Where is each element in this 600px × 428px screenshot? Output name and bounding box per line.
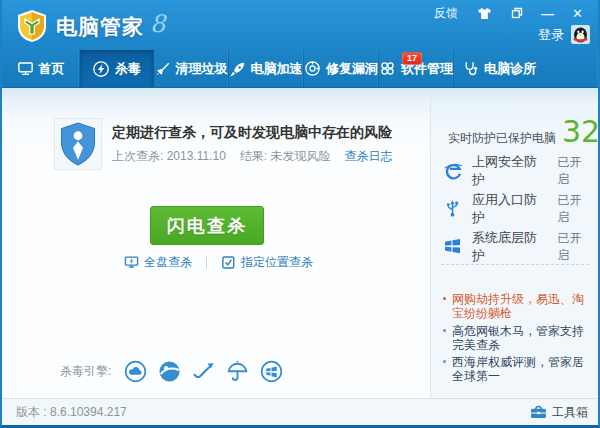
login-link[interactable]: 登录 (538, 26, 564, 44)
antivirus-lightning-icon (92, 60, 110, 78)
qq-penguin-avatar[interactable] (571, 25, 590, 44)
avira-umbrella-engine-icon (226, 360, 249, 383)
tab-software-manage[interactable]: 17 软件管理 (379, 50, 454, 87)
scan-options-divider (206, 256, 207, 269)
minimize-icon[interactable]: — (532, 0, 563, 26)
scan-options: 全盘查杀 指定位置查杀 (124, 254, 313, 271)
tab-home[interactable]: 首页 (2, 50, 80, 87)
news-link-1[interactable]: 网购劫持升级，易迅、淘宝纷纷躺枪 (443, 292, 595, 320)
status-enabled: 已开启 (558, 230, 592, 264)
version-label: 版本 : 8.6.10394.217 (16, 404, 127, 421)
windows-icon (444, 238, 463, 257)
sidebar-divider (441, 264, 589, 265)
speedup-rocket-icon (230, 61, 246, 77)
bullet-icon (443, 360, 446, 363)
protection-row-system[interactable]: 系统底层防护 已开启 (444, 236, 592, 258)
login-area: 登录 (538, 25, 590, 44)
globe-engine-icon (158, 360, 181, 383)
bullet-icon (443, 329, 446, 332)
news-link-3[interactable]: 西海岸权威评测，管家居全球第一 (443, 355, 595, 383)
protection-row-app-entry[interactable]: 应用入口防护 已开启 (444, 198, 592, 220)
protection-days-line: 实时防护已保护电脑329天 (448, 114, 600, 149)
app-logo-shield-icon (16, 9, 48, 43)
home-monitor-icon (17, 60, 34, 77)
window-chrome: 电脑管家 8 反馈 — ✕ 登录 (2, 0, 598, 88)
last-scan-date: 上次查杀: 2013.11.10 (112, 148, 226, 165)
pc-clinic-icon (462, 60, 479, 77)
scan-headline: 定期进行查杀，可及时发现电脑中存在的风险 (112, 124, 392, 142)
engine-label: 杀毒引擎: (60, 363, 111, 380)
tab-fix-vulnerabilities[interactable]: 修复漏洞 (304, 50, 379, 87)
feedback-link[interactable]: 反馈 (425, 0, 467, 26)
last-scan-result: 结果: 未发现风险 (240, 148, 331, 165)
update-count-badge: 17 (402, 52, 422, 65)
titlebar[interactable]: 电脑管家 8 反馈 — ✕ 登录 (2, 0, 598, 50)
restore-window-icon[interactable] (502, 0, 532, 26)
tab-speedup[interactable]: 电脑加速 (229, 50, 304, 87)
titlebar-controls: 反馈 — ✕ (425, 0, 592, 26)
engine-row: 杀毒引擎: (60, 360, 283, 383)
cloud-engine-icon (124, 360, 147, 383)
scan-subline: 上次查杀: 2013.11.10 结果: 未发现风险 查杀日志 (112, 148, 393, 165)
clean-broom-icon (155, 61, 171, 77)
tab-pc-clinic[interactable]: 电脑诊所 (454, 50, 598, 87)
status-enabled: 已开启 (558, 154, 592, 188)
tab-antivirus[interactable]: 杀毒 (80, 50, 154, 87)
status-enabled: 已开启 (558, 192, 592, 226)
swoosh-engine-icon (192, 360, 215, 383)
bullet-icon (443, 297, 446, 300)
skin-shirt-icon[interactable] (468, 0, 501, 26)
protection-row-web[interactable]: 上网安全防护 已开启 (444, 160, 592, 182)
news-link-2[interactable]: 高危网银木马，管家支持完美查杀 (443, 324, 595, 352)
statusbar: 版本 : 8.6.10394.217 工具箱 (2, 398, 598, 425)
full-scan-monitor-icon (124, 255, 139, 270)
custom-scan-checkbox-icon (221, 255, 236, 270)
person-shield-icon (59, 122, 97, 166)
software-manage-icon (379, 60, 396, 77)
main-nav: 首页 杀毒 清理垃圾 电脑加速 修复漏洞 17 软件管理 (2, 50, 598, 88)
toolbox-button[interactable]: 工具箱 (530, 404, 588, 421)
full-scan-link[interactable]: 全盘查杀 (124, 254, 192, 271)
protected-days-count: 329 (562, 114, 600, 149)
content-area: 隔离区(0) 信任区(0) 定期进行查杀，可及时发现电脑中存在的风险 上次查杀:… (2, 88, 598, 398)
lightning-scan-button[interactable]: 闪电查杀 (150, 206, 264, 245)
scan-shield-tile (54, 118, 102, 170)
pc-manager-window: 电脑管家 8 反馈 — ✕ 登录 (0, 0, 600, 428)
app-title: 电脑管家 (56, 13, 144, 41)
close-icon[interactable]: ✕ (563, 0, 592, 26)
tab-clean-junk[interactable]: 清理垃圾 (154, 50, 229, 87)
protect-prefix: 实时防护已保护电脑 (448, 131, 556, 145)
fix-vulnerability-icon (304, 60, 321, 77)
usb-icon (444, 200, 463, 219)
protection-sidebar: 实时防护已保护电脑329天 上网安全防护 已开启 应用入口防护 已开启 (430, 88, 598, 398)
windows-engine-icon (260, 360, 283, 383)
custom-scan-link[interactable]: 指定位置查杀 (221, 254, 313, 271)
toolbox-icon (530, 405, 547, 419)
scan-log-link[interactable]: 查杀日志 (345, 148, 393, 165)
ie-browser-icon (444, 162, 463, 181)
app-version-numeral: 8 (150, 10, 165, 38)
